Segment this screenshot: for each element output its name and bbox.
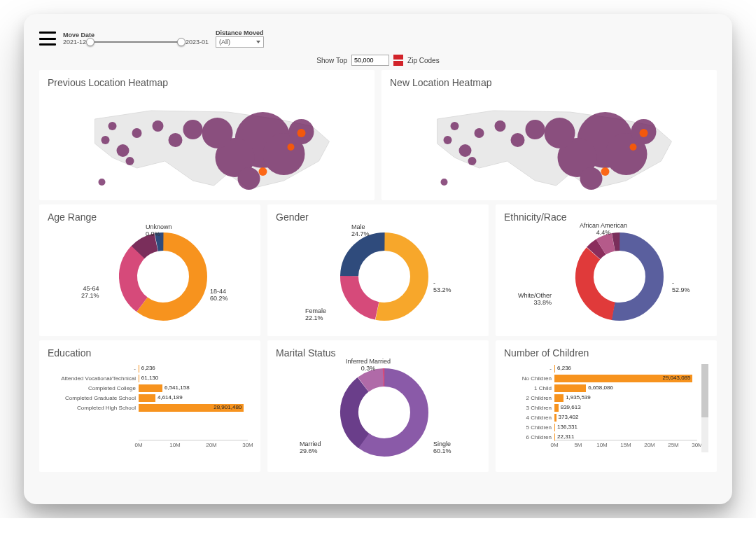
bar-value: 6,236	[555, 365, 571, 371]
scrollbar[interactable]	[701, 364, 708, 452]
svg-point-3	[202, 118, 233, 148]
chart-ethnicity[interactable]: - 52.9% White/Other 33.8% African Americ…	[504, 225, 708, 331]
bar-category: 6 Children	[504, 434, 552, 440]
svg-point-8	[117, 144, 130, 157]
bar-row: 3 Children839,613	[554, 403, 697, 412]
chart-education[interactable]: -6,236Attended Vocational/Technical61,13…	[48, 361, 252, 466]
svg-point-9	[108, 122, 117, 130]
distance-filter: Distance Moved (All)	[216, 29, 264, 48]
bar-category: Completed High School	[48, 405, 136, 411]
svg-point-7	[132, 128, 142, 138]
panel-title: Gender	[276, 211, 480, 223]
panel-ethnicity: Ethnicity/Race - 52.9% White/Other 33.8%…	[496, 204, 717, 336]
panel-title: Number of Children	[504, 347, 708, 359]
chart-marital[interactable]: Single 60.1% Married 29.6% Inferred Marr…	[276, 361, 480, 466]
svg-point-25	[475, 128, 484, 138]
bar-category: 5 Children	[504, 424, 552, 431]
svg-point-30	[441, 179, 448, 186]
svg-point-14	[238, 167, 260, 190]
bar: 839,613	[554, 404, 559, 412]
chart-age[interactable]: 18-44 60.2% 45-64 27.1% Unknown 0.0%	[48, 225, 252, 331]
axis-tick: 10M	[169, 442, 181, 448]
move-date-start: 2021-12	[63, 39, 86, 46]
label-gender-male: Male 24.7%	[351, 224, 370, 238]
distance-dropdown[interactable]: (All)	[216, 36, 264, 48]
show-top-label: Show Top	[316, 57, 347, 64]
bar-category: -	[504, 366, 552, 372]
show-top-stepper[interactable]	[393, 55, 403, 66]
panel-title: Ethnicity/Race	[504, 211, 708, 223]
svg-point-5	[169, 133, 183, 147]
bar-value: 839,613	[559, 404, 581, 410]
svg-point-12	[99, 179, 106, 186]
heatmap-previous[interactable]	[48, 91, 366, 195]
top-filter-bar: Move Date 2021-12 2023-01 Distance Moved…	[39, 27, 717, 50]
bar-value: 28,901,480	[211, 404, 241, 410]
bar-row: -6,236	[139, 364, 248, 373]
label-gender-female: Female 22.1%	[305, 308, 326, 322]
svg-point-33	[640, 129, 648, 137]
label-marital-married: Married 29.6%	[300, 441, 321, 455]
axis-tick: 25M	[668, 442, 679, 448]
bar-row: -6,236	[554, 364, 697, 373]
axis-tick: 20M	[644, 442, 655, 448]
bar: 6,541,158	[139, 384, 162, 392]
svg-point-32	[580, 167, 603, 190]
label-eth-aa: African American 4.4%	[580, 223, 627, 237]
bar-row: Completed College6,541,158	[139, 384, 248, 393]
bar-value: 61,130	[139, 375, 158, 381]
move-date-label: Move Date	[63, 32, 209, 39]
bar: 28,901,480	[139, 404, 244, 412]
bar-row: 5 Children136,331	[554, 423, 697, 432]
bar-value: 4,614,189	[155, 394, 183, 401]
bar-value: 136,331	[555, 424, 578, 430]
svg-point-27	[451, 122, 459, 130]
menu-icon[interactable]	[39, 32, 56, 46]
bar-value: 29,043,085	[660, 375, 690, 381]
bar-category: No Children	[504, 375, 552, 382]
bar-value: 6,236	[139, 365, 155, 371]
bar-row: 2 Children1,935,539	[554, 394, 697, 403]
axis-tick: 5M	[574, 442, 582, 448]
bar-row: Completed Graduate School4,614,189	[139, 394, 248, 403]
panel-title: New Location Heatmap	[390, 77, 708, 88]
panel-new-location: New Location Heatmap	[382, 70, 717, 200]
bar-category: 1 Child	[504, 385, 552, 391]
bar: 6,236	[139, 365, 139, 373]
label-age-45-64: 45-64 27.1%	[81, 286, 99, 300]
svg-point-29	[468, 157, 477, 165]
bar-row: 4 Children373,402	[554, 413, 697, 422]
svg-point-17	[259, 167, 267, 176]
bar-category: -	[48, 366, 136, 372]
panel-age: Age Range 18-44 60.2% 45-64 27.1% Unknow…	[39, 204, 260, 336]
svg-point-6	[153, 120, 164, 132]
bar-value: 6,658,086	[586, 384, 613, 391]
move-date-filter: Move Date 2021-12 2023-01	[63, 32, 209, 46]
axis-tick: 10M	[596, 442, 608, 448]
panel-title: Age Range	[48, 211, 252, 223]
donut-row: Age Range 18-44 60.2% 45-64 27.1% Unknow…	[39, 204, 717, 336]
svg-point-11	[126, 157, 134, 165]
svg-point-21	[545, 118, 575, 148]
show-top-suffix: Zip Codes	[407, 57, 440, 64]
bar: 4,614,189	[139, 394, 155, 402]
chart-children[interactable]: -6,236No Children29,043,0851 Child6,658,…	[504, 361, 708, 466]
axis-tick: 15M	[620, 442, 631, 448]
bar-row: Completed High School28,901,480	[139, 403, 248, 412]
svg-point-16	[288, 144, 295, 151]
bar-category: Completed College	[48, 385, 136, 391]
heatmap-new[interactable]	[390, 91, 708, 195]
distance-label: Distance Moved	[216, 29, 264, 36]
svg-point-28	[444, 136, 452, 144]
show-top-input[interactable]	[351, 55, 389, 66]
bar: 61,130	[139, 375, 139, 382]
maps-row: Previous Location Heatmap	[39, 70, 717, 200]
axis-tick: 0M	[550, 442, 558, 448]
axis-tick: 0M	[134, 442, 142, 448]
bar: 373,402	[554, 414, 556, 422]
panel-title: Previous Location Heatmap	[48, 77, 366, 88]
label-marital-single: Single 60.1%	[433, 441, 451, 455]
move-date-slider[interactable]	[90, 41, 181, 43]
chart-gender[interactable]: - 53.2% Male 24.7% Female 22.1%	[276, 225, 480, 331]
panel-gender: Gender - 53.2% Male 24.7% Female 22.1%	[267, 204, 489, 336]
